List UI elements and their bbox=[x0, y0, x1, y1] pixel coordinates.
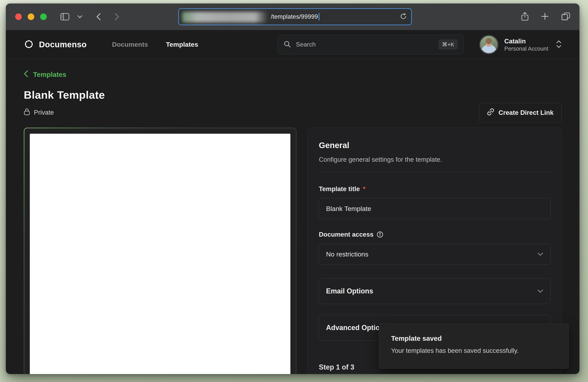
email-options-label: Email Options bbox=[326, 287, 373, 295]
panel-heading: General bbox=[319, 141, 550, 150]
toast-title: Template saved bbox=[391, 335, 556, 342]
nav-templates[interactable]: Templates bbox=[166, 41, 198, 48]
required-asterisk: * bbox=[363, 185, 365, 193]
toast-message: Your templates has been saved successful… bbox=[391, 347, 556, 354]
chevrons-up-down-icon bbox=[556, 40, 562, 49]
new-tab-icon[interactable] bbox=[541, 13, 549, 21]
redacted-url-segment bbox=[182, 12, 268, 22]
close-window-button[interactable] bbox=[15, 13, 22, 20]
lock-icon bbox=[24, 108, 30, 117]
chevron-down-icon bbox=[537, 252, 543, 256]
breadcrumb-label: Templates bbox=[33, 71, 66, 78]
link-icon bbox=[487, 108, 494, 117]
template-title-label: Template title bbox=[319, 185, 360, 193]
visibility-label: Private bbox=[34, 109, 54, 116]
app-header: Documenso Documents Templates ⌘+K Catali… bbox=[6, 30, 579, 59]
email-options-toggle[interactable]: Email Options bbox=[319, 278, 550, 304]
text-caret bbox=[319, 13, 319, 21]
toast-notification[interactable]: Template saved Your templates has been s… bbox=[379, 324, 569, 369]
account-type: Personal Account bbox=[504, 46, 548, 52]
template-title-input[interactable] bbox=[319, 198, 550, 219]
breadcrumb[interactable]: Templates bbox=[24, 70, 66, 79]
search-icon bbox=[284, 41, 291, 48]
reload-icon[interactable] bbox=[400, 13, 407, 21]
account-menu[interactable]: Catalin Personal Account bbox=[479, 35, 562, 54]
documenso-logo-icon bbox=[24, 39, 34, 50]
page-title: Blank Template bbox=[24, 89, 562, 101]
search-bar[interactable]: ⌘+K bbox=[278, 35, 464, 54]
brand[interactable]: Documenso bbox=[24, 39, 87, 50]
search-input[interactable] bbox=[296, 41, 433, 48]
info-icon[interactable] bbox=[377, 231, 383, 238]
document-access-label: Document access bbox=[319, 231, 374, 238]
tab-overview-icon[interactable] bbox=[562, 12, 570, 21]
chevron-left-icon bbox=[24, 70, 28, 79]
browser-window: /templates/99999 bbox=[6, 3, 579, 374]
search-shortcut-badge: ⌘+K bbox=[439, 39, 458, 50]
document-access-value: No restrictions bbox=[326, 250, 368, 258]
back-button[interactable] bbox=[96, 13, 101, 21]
url-bar[interactable]: /templates/99999 bbox=[178, 8, 412, 25]
account-name: Catalin bbox=[504, 37, 548, 46]
document-page-preview bbox=[30, 134, 290, 374]
brand-name: Documenso bbox=[39, 40, 87, 49]
document-preview-card bbox=[24, 128, 296, 374]
chevron-down-icon bbox=[537, 289, 543, 293]
create-direct-link-label: Create Direct Link bbox=[499, 109, 553, 116]
sidebar-toggle-icon[interactable] bbox=[60, 13, 69, 20]
divider bbox=[319, 172, 550, 172]
zoom-window-button[interactable] bbox=[40, 13, 47, 20]
minimize-window-button[interactable] bbox=[28, 13, 34, 20]
panel-description: Configure general settings for the templ… bbox=[319, 156, 550, 163]
chevron-down-icon[interactable] bbox=[78, 15, 82, 18]
create-direct-link-button[interactable]: Create Direct Link bbox=[479, 103, 562, 122]
main-nav: Documents Templates bbox=[112, 41, 198, 48]
document-access-select[interactable]: No restrictions bbox=[319, 244, 550, 265]
url-path: /templates/99999 bbox=[271, 13, 318, 20]
traffic-lights bbox=[15, 13, 47, 20]
browser-chrome: /templates/99999 bbox=[6, 3, 579, 30]
share-icon[interactable] bbox=[521, 12, 528, 21]
nav-documents[interactable]: Documents bbox=[112, 41, 148, 48]
avatar bbox=[479, 35, 498, 54]
forward-button[interactable] bbox=[115, 13, 119, 21]
